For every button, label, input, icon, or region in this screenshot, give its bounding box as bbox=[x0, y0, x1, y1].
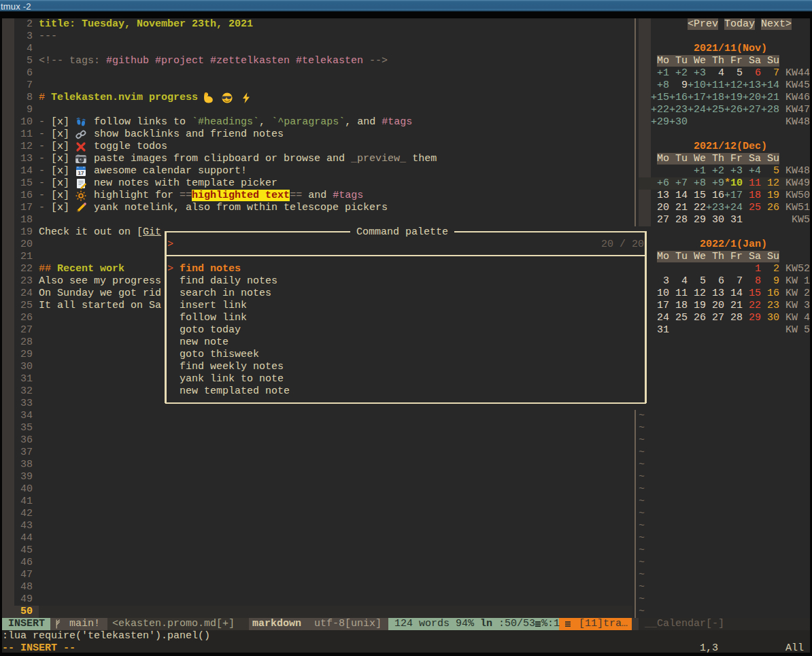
svg-text:17: 17 bbox=[78, 170, 84, 176]
